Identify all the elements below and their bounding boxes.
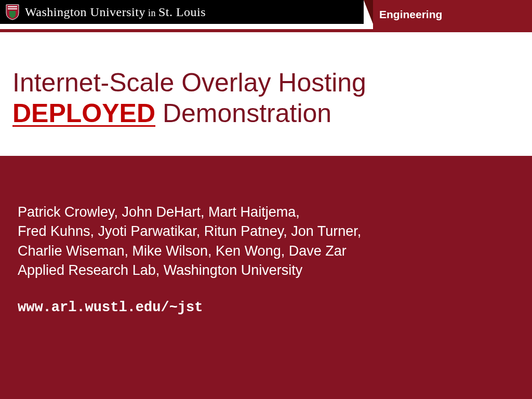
authors-line-4: Applied Research Lab, Washington Univers…	[18, 261, 514, 280]
authors-line-3: Charlie Wiseman, Mike Wilson, Ken Wong, …	[18, 242, 514, 261]
title-line-2: DEPLOYED Demonstration	[12, 98, 520, 129]
content-panel: Patrick Crowley, John DeHart, Mart Haitj…	[0, 156, 532, 399]
shield-icon	[5, 4, 20, 20]
slide: Washington University in St. Louis Engin…	[0, 0, 532, 399]
dept-label: Engineering	[379, 8, 442, 21]
title-emphasis: DEPLOYED	[12, 99, 155, 128]
university-prefix: Washington University	[25, 5, 145, 19]
university-suffix: St. Louis	[158, 5, 206, 19]
url-text: www.arl.wustl.edu/~jst	[18, 300, 514, 315]
title-rest: Demonstration	[155, 99, 331, 128]
tab-wedge	[364, 0, 373, 24]
authors-line-2: Fred Kuhns, Jyoti Parwatikar, Ritun Patn…	[18, 222, 514, 241]
top-banner: Washington University in St. Louis	[0, 0, 364, 24]
authors-block: Patrick Crowley, John DeHart, Mart Haitj…	[18, 203, 514, 280]
svg-rect-0	[8, 6, 17, 7]
tab-underline	[0, 29, 532, 32]
dept-tab: Engineering	[373, 0, 532, 29]
university-in: in	[145, 8, 158, 18]
slide-title: Internet-Scale Overlay Hosting DEPLOYED …	[12, 68, 520, 129]
authors-line-1: Patrick Crowley, John DeHart, Mart Haitj…	[18, 203, 514, 222]
university-name: Washington University in St. Louis	[25, 5, 206, 19]
svg-rect-1	[8, 8, 17, 9]
title-line-1: Internet-Scale Overlay Hosting	[12, 68, 520, 98]
